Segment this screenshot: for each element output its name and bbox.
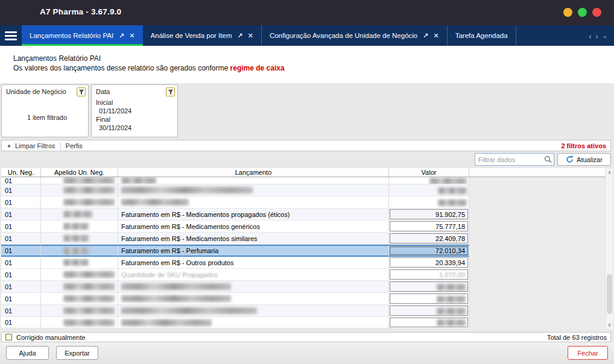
tab-popout-icon[interactable]: ↗ [423,32,428,40]
hamburger-menu-icon[interactable] [0,25,22,46]
redacted-text [437,296,466,303]
table-cell [469,177,605,184]
table-cell [469,233,605,245]
col-un-neg[interactable]: Un. Neg. [1,168,41,177]
minimize-dot-icon[interactable] [563,8,572,17]
filter-funnel-icon[interactable] [166,87,175,96]
filter-funnel-icon[interactable] [77,87,86,96]
un-neg-value: 01 [1,319,12,326]
table-row[interactable]: 01Faturamento em R$ - Medicamentos genér… [1,221,605,233]
redacted-text [437,308,466,315]
tab-close-icon[interactable]: ✕ [129,32,135,40]
tab-lancamentos-relatorio-pai[interactable]: Lançamentos Relatório PAI↗✕ [22,25,143,46]
close-button[interactable]: Fechar [568,346,608,360]
table-cell [469,293,605,305]
table-row[interactable]: 01 [1,293,605,305]
valor-box[interactable] [390,318,468,327]
table-cell [118,184,389,196]
table-cell [469,305,605,317]
filter-card-body: 1 item filtrado [2,98,88,137]
table-body: 01010101Faturamento em R$ - Medicamentos… [1,177,605,329]
table-row[interactable]: 01 [1,281,605,293]
tabs-scroll-left-icon[interactable]: ‹ [589,31,592,40]
titlebar[interactable]: A7 Pharma - 3.67.9.0 [0,0,614,25]
valor-box[interactable]: 22.409,78 [390,233,468,243]
valor-box[interactable] [390,281,468,292]
refresh-label: Atualizar [577,156,603,163]
tab-close-icon[interactable]: ✕ [248,32,253,40]
maximize-dot-icon[interactable] [578,8,587,17]
valor-box[interactable] [390,306,468,316]
scroll-up-icon[interactable]: ∧ [606,168,613,177]
clear-filters-button[interactable]: Limpar Filtros [15,142,55,149]
tabs-list-dropdown-icon[interactable]: ⌄ [602,32,608,39]
table-cell [469,257,605,269]
valor-value-blurred: 1.072,00 [439,271,465,278]
valor-box[interactable]: 1.072,00 [390,269,468,280]
table-row[interactable]: 01Faturamento em R$ - Medicamentos simil… [1,233,605,245]
col-apelido[interactable]: Apelido Un. Neg. [41,168,118,177]
col-valor[interactable]: Valor [389,168,469,177]
tab-close-icon[interactable]: ✕ [433,32,438,40]
table-cell: 01 [1,305,41,317]
help-button[interactable]: Ajuda [6,346,49,360]
divider [60,142,61,149]
report-header: Lançamentos Relatório PAI Os valores dos… [0,46,614,83]
table-cell: Faturamento em R$ - Perfumaria [118,245,389,257]
tab-configuracao-avancada-de-unidade-de-negocio[interactable]: Configuração Avançada de Unidade de Negó… [262,25,448,46]
col-empty [469,168,605,177]
table-cell: 01 [1,177,41,184]
filter-card-body: Inicial01/11/2024Final30/11/2024 [92,98,177,137]
tab-popout-icon[interactable]: ↗ [237,32,242,40]
table-cell [41,233,118,245]
valor-box[interactable]: 20.339,94 [390,257,468,268]
un-neg-value: 01 [1,199,12,206]
tab-tarefa-agendada[interactable]: Tarefa Agendada [448,25,516,46]
table-row[interactable]: 01 [1,317,605,328]
table-cell: 01 [1,293,41,305]
table-row[interactable]: 01 [1,177,605,184]
table-cell [389,196,469,209]
search-input[interactable] [475,153,554,166]
redacted-text [429,178,467,184]
table-cell: 75.777,18 [389,221,469,233]
lancamento-value: Faturamento em R$ - Medicamentos genéric… [118,223,260,230]
regime-caixa-link[interactable]: regime de caixa [230,64,285,72]
table-cell [469,269,605,281]
tab-label: Configuração Avançada de Unidade de Negó… [270,32,417,39]
profiles-button[interactable]: Perfis [66,142,83,149]
valor-box[interactable]: 72.010,34 [390,246,468,255]
valor-box[interactable]: 91.902,75 [390,209,468,219]
redacted-text [121,283,231,290]
refresh-icon [566,155,574,163]
tabs-scroll-right-icon[interactable]: › [595,31,598,40]
table-row[interactable]: 01 [1,184,605,196]
table-row[interactable]: 01Faturamento em R$ - Outros produtos20.… [1,257,605,269]
scroll-down-icon[interactable]: ∨ [606,321,613,329]
corrected-manually-swatch [5,334,12,340]
tab-analise-de-venda-por-item[interactable]: Análise de Venda por Item↗✕ [143,25,262,46]
redacted-text [121,295,231,302]
table-row-selected[interactable]: 01Faturamento em R$ - Perfumaria72.010,3… [1,245,605,257]
table-cell [41,177,118,184]
table-cell [469,221,605,233]
valor-box[interactable] [390,293,468,304]
table-cell: 1.072,00 [389,269,469,281]
table-row[interactable]: 01Quantidade de SKU Propagados1.072,00 [1,269,605,281]
table-cell [41,184,118,196]
refresh-button[interactable]: Atualizar [557,153,611,166]
col-lancamento[interactable]: Lançamento [118,168,389,177]
scrollbar-thumb[interactable] [607,274,612,314]
table-cell [469,245,605,257]
table-row[interactable]: 01Faturamento em R$ - Medicamentos propa… [1,209,605,221]
export-button[interactable]: Exportar [56,346,98,360]
tab-popout-icon[interactable]: ↗ [119,32,124,40]
valor-box[interactable]: 75.777,18 [390,221,468,231]
table-row[interactable]: 01 [1,305,605,317]
table-cell: 01 [1,209,41,221]
table-row[interactable]: 01 [1,196,605,209]
close-dot-icon[interactable] [592,8,601,17]
valor-value: 91.902,75 [435,211,465,218]
vertical-scrollbar[interactable]: ∧ ∨ [605,168,613,329]
table-cell [118,177,389,184]
